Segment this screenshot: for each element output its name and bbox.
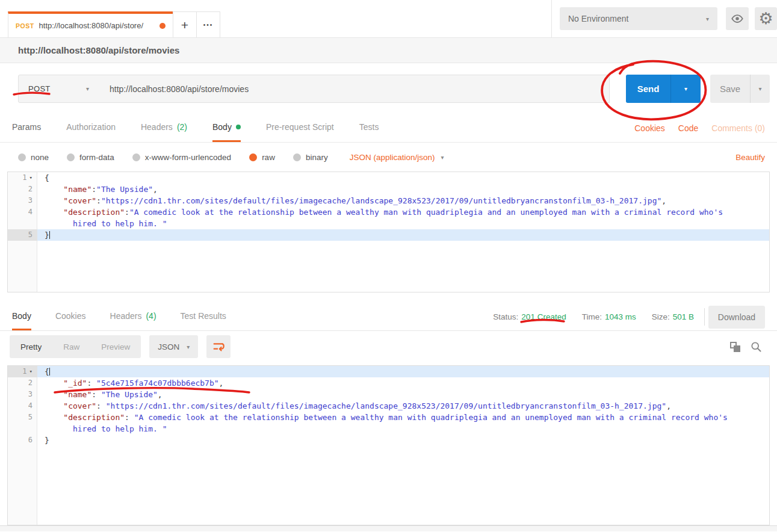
save-label[interactable]: Save — [710, 75, 750, 103]
view-raw[interactable]: Raw — [52, 342, 90, 351]
tab-headers[interactable]: Headers (2) — [141, 114, 187, 142]
radio-raw[interactable]: raw — [249, 153, 275, 162]
gear-icon: ⚙ — [758, 11, 773, 27]
wrap-text-icon — [212, 340, 225, 353]
save-options-arrow[interactable]: ▾ — [750, 75, 770, 103]
radio-form-data-label: form-data — [79, 153, 114, 162]
fold-arrow-icon[interactable]: ▾ — [29, 172, 33, 184]
status-value: 201 Created — [521, 312, 566, 321]
tab-params-label: Params — [12, 122, 41, 132]
line-number: 3 — [8, 195, 37, 206]
code-line[interactable]: 3 "cover":"https://cdn1.thr.com/sites/de… — [8, 195, 769, 206]
save-button[interactable]: Save ▾ — [710, 75, 770, 103]
bottom-strip — [0, 525, 777, 531]
text-caret — [49, 368, 50, 376]
response-meta: Status: 201 Created Time: 1043 ms Size: … — [493, 303, 694, 330]
code-line[interactable]: hired to help him. " — [8, 218, 769, 229]
environment-label: No Environment — [568, 14, 628, 23]
time-value: 1043 ms — [605, 312, 636, 321]
body-has-content-dot — [236, 125, 241, 129]
radio-binary[interactable]: binary — [293, 153, 328, 162]
radio-selected-icon — [249, 153, 257, 161]
code-line[interactable]: 5} — [8, 229, 769, 241]
view-preview[interactable]: Preview — [90, 342, 141, 351]
line-number — [8, 423, 37, 435]
tab-method-label: POST — [16, 22, 34, 29]
line-number: 5 — [8, 229, 37, 241]
status-label: Status: — [493, 312, 518, 321]
chevron-down-icon: ▾ — [86, 85, 89, 92]
code-line[interactable]: 6} — [8, 435, 769, 446]
tab-params[interactable]: Params — [12, 114, 41, 142]
radio-none[interactable]: none — [18, 153, 49, 162]
code-line[interactable]: 5 "description": "A comedic look at the … — [8, 412, 769, 423]
tab-tests-label: Tests — [359, 122, 379, 132]
response-tabs: Body Cookies Headers (4) Test Results St… — [0, 303, 777, 331]
tab-pre-request-script[interactable]: Pre-request Script — [266, 114, 334, 142]
new-tab-button[interactable]: + — [173, 11, 197, 37]
settings-button[interactable]: ⚙ — [755, 7, 777, 30]
code-line[interactable]: 2 "name":"The Upside", — [8, 184, 769, 195]
top-bar: POST http://localhost:8080/api/store/ + … — [0, 0, 777, 37]
comments-link[interactable]: Comments (0) — [711, 123, 765, 133]
line-number: 4 — [8, 206, 37, 218]
tab-url-label: http://localhost:8080/api/store/ — [39, 21, 155, 30]
code-line[interactable]: hired to help him. " — [8, 423, 769, 435]
send-label[interactable]: Send — [626, 75, 670, 103]
copy-icon[interactable] — [730, 342, 740, 352]
radio-none-label: none — [31, 153, 49, 162]
request-title-bar: http://localhost:8080/api/store/movies — [0, 37, 777, 63]
response-language-label: JSON — [158, 342, 179, 351]
request-tab[interactable]: POST http://localhost:8080/api/store/ — [8, 11, 173, 37]
fold-arrow-icon[interactable]: ▾ — [29, 366, 33, 377]
line-number: 5 — [8, 412, 37, 423]
code-line[interactable]: 1▾{ — [8, 366, 769, 377]
chevron-down-icon: ▾ — [684, 85, 687, 92]
size-label: Size: — [652, 312, 670, 321]
body-type-row: none form-data x-www-form-urlencoded raw… — [0, 143, 777, 172]
response-tab-body[interactable]: Body — [12, 303, 31, 330]
tab-menu-button[interactable]: ••• — [196, 11, 220, 37]
environment-selector[interactable]: No Environment ▾ — [560, 7, 717, 30]
request-body-editor[interactable]: 1▾{2 "name":"The Upside",3 "cover":"http… — [7, 172, 770, 292]
radio-icon — [67, 153, 75, 161]
send-options-arrow[interactable]: ▾ — [670, 75, 701, 103]
search-icon[interactable] — [750, 341, 762, 353]
response-body-editor[interactable]: 1▾{2 "_id": "5c4e715fa74c07dbbb6ecb7b",3… — [7, 365, 770, 525]
wrap-text-button[interactable] — [206, 335, 231, 358]
environment-quicklook-button[interactable] — [726, 7, 749, 30]
url-input[interactable] — [99, 75, 610, 103]
tab-body[interactable]: Body — [212, 114, 241, 142]
tab-strip: POST http://localhost:8080/api/store/ + … — [8, 11, 220, 37]
beautify-link[interactable]: Beautify — [735, 153, 765, 162]
plus-icon: + — [181, 19, 188, 31]
code-link[interactable]: Code — [678, 123, 698, 133]
radio-icon — [18, 153, 26, 161]
radio-icon — [293, 153, 301, 161]
code-line[interactable]: 3 "name": "The Upside", — [8, 389, 769, 400]
request-title-url: http://localhost:8080/api/store/movies — [18, 45, 179, 55]
cookies-link[interactable]: Cookies — [634, 123, 665, 133]
code-line[interactable]: 1▾{ — [8, 172, 769, 184]
code-line[interactable]: 4 "description":"A comedic look at the r… — [8, 206, 769, 218]
radio-form-data[interactable]: form-data — [67, 153, 114, 162]
code-line[interactable]: 4 "cover": "https://cdn1.thr.com/sites/d… — [8, 400, 769, 412]
response-language-selector[interactable]: JSON ▾ — [149, 335, 198, 358]
radio-urlencoded[interactable]: x-www-form-urlencoded — [132, 153, 231, 162]
response-tab-cookies[interactable]: Cookies — [55, 303, 86, 330]
response-tab-test-results[interactable]: Test Results — [181, 303, 226, 330]
code-line[interactable]: 2 "_id": "5c4e715fa74c07dbbb6ecb7b", — [8, 377, 769, 389]
tab-headers-label: Headers — [141, 122, 173, 132]
method-selector[interactable]: POST ▾ — [18, 75, 99, 103]
content-type-selector[interactable]: JSON (application/json) ▾ — [350, 153, 444, 162]
size-value: 501 B — [673, 312, 694, 321]
line-number: 1▾ — [8, 172, 37, 184]
tab-tests[interactable]: Tests — [359, 114, 379, 142]
send-button[interactable]: Send ▾ — [626, 75, 701, 103]
download-button[interactable]: Download — [708, 306, 765, 329]
content-type-label: JSON (application/json) — [350, 153, 435, 162]
tab-authorization[interactable]: Authorization — [66, 114, 116, 142]
view-pretty[interactable]: Pretty — [10, 342, 52, 351]
line-number: 2 — [8, 184, 37, 195]
response-tab-headers[interactable]: Headers (4) — [110, 303, 156, 330]
